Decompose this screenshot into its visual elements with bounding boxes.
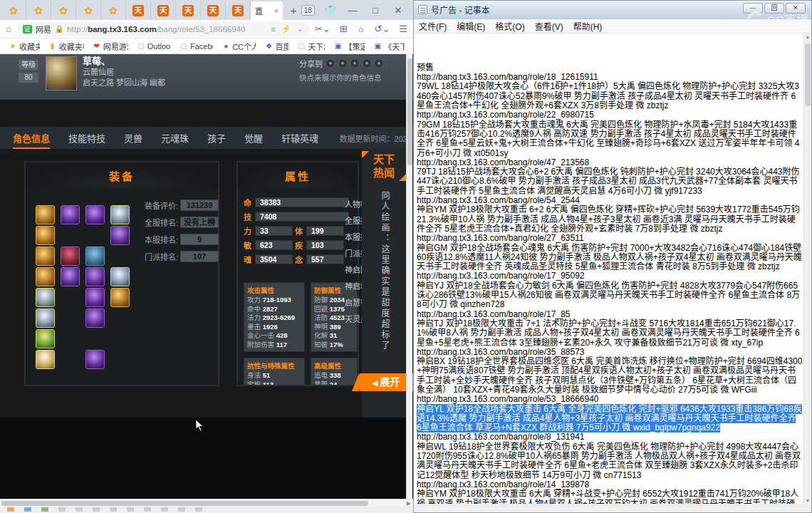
attr-group-row: 重击 1926	[247, 323, 301, 332]
browser-tab[interactable]: 天	[151, 1, 176, 20]
hot-news-tab[interactable]: 天下热闻	[368, 152, 400, 180]
sliver-icon	[7, 507, 14, 512]
bookmarks-bar: ★收藏夹▮收藏夹栏❤网易游戏▢Outlook▢Facebo●CC个人❖百度▢天下…	[0, 38, 413, 54]
browser-tab[interactable]: 天	[201, 1, 226, 20]
browser-minimize-button[interactable]: —	[346, 5, 359, 16]
equipment-slot[interactable]	[36, 267, 55, 286]
notepad-maximize-button[interactable]: 回	[764, 3, 784, 14]
equipment-slot[interactable]	[36, 288, 55, 307]
browser-tab[interactable]: 天	[226, 1, 251, 20]
equipment-slot[interactable]	[36, 205, 55, 224]
toolbar-action-icons[interactable]: ✂⌄⊞☼↺⌄☰	[315, 24, 407, 34]
equipment-slot[interactable]	[85, 205, 105, 224]
equipment-slot[interactable]	[61, 247, 80, 266]
bookmark-item[interactable]: ●CC个人	[217, 41, 260, 52]
addressbar-icon[interactable]: ≡	[271, 25, 276, 33]
bookmark-item[interactable]: ▣【策定	[329, 41, 369, 52]
scroll-up-arrow[interactable]: ▲	[804, 34, 811, 39]
toolbar-icon[interactable]: ↺⌄	[375, 24, 390, 34]
bookmark-item[interactable]: ★收藏夹	[4, 41, 44, 52]
game-nav-tab[interactable]: 孩子	[207, 131, 226, 145]
equipment-slot[interactable]	[36, 247, 55, 266]
toolbar-icon[interactable]: ⊞	[340, 24, 348, 34]
notepad-vscroll-thumb[interactable]	[805, 43, 811, 106]
address-bar[interactable]: 证 网易 🔒 http://bang.tx3.163.com/bang/role…	[17, 22, 309, 36]
browser-tab[interactable]: 天	[126, 1, 151, 20]
compat-badge[interactable]: 18	[301, 5, 315, 16]
addressbar-icon[interactable]: ⌄	[297, 24, 303, 33]
bookmark-item[interactable]: ▢Outlook	[132, 42, 175, 51]
bookmark-item[interactable]: ▢Facebo	[175, 42, 217, 51]
horizontal-scrollbar[interactable]: ▶	[0, 499, 413, 507]
expand-button[interactable]: ◀展开	[359, 373, 413, 391]
url-text[interactable]: http://bang.tx3.163.com/bang/role/53_186…	[67, 25, 267, 33]
share-icon[interactable]: ●	[374, 58, 384, 68]
browser-tab[interactable]: ✿	[1, 1, 26, 20]
game-nav-tab[interactable]: 觉醒	[244, 131, 263, 145]
toolbar-icon[interactable]: ☼	[357, 24, 365, 34]
share-hint: 快点来展示你的角色信息	[299, 72, 413, 83]
bookmark-item[interactable]: ▮收藏夹栏	[44, 41, 88, 52]
addressbar-icon[interactable]: ⚡	[281, 24, 291, 33]
equipment-slot[interactable]	[36, 226, 55, 245]
notepad-menu-item[interactable]: 编辑(E)	[452, 20, 490, 32]
active-tab[interactable]: 直 ×	[251, 1, 283, 20]
bookmark-item[interactable]: ❤网易游戏	[88, 41, 132, 52]
browser-close-button[interactable]: ✕	[392, 5, 405, 16]
notepad-menu-item[interactable]: 帮助(H)	[568, 20, 608, 32]
bookmark-item[interactable]: ❖百度	[260, 41, 293, 52]
equipment-slot[interactable]	[85, 350, 105, 369]
notepad-menu-item[interactable]: 查看(V)	[530, 20, 568, 32]
equipment-slot[interactable]	[36, 350, 55, 369]
browser-maximize-button[interactable]: □	[369, 5, 382, 16]
notepad-text-area[interactable]: 预售http://bang.tx3.163.com/bang/role/18_1…	[414, 33, 804, 504]
skin-icon[interactable]: 👕	[325, 5, 336, 16]
toolbar-icon[interactable]: ✂⌄	[315, 24, 330, 34]
notepad-close-button[interactable]: ✕	[786, 3, 806, 14]
addressbar-right-icons[interactable]: ≡⚡⌄	[271, 24, 303, 33]
game-nav-tab[interactable]: 灵兽	[124, 131, 142, 145]
equipment-slot[interactable]	[110, 267, 130, 286]
browser-tab[interactable]: ✿	[76, 1, 101, 20]
equipment-slot[interactable]	[85, 309, 105, 328]
browser-tab[interactable]: ✿	[26, 1, 51, 20]
equip-stat-row: 装备评价:131239	[137, 200, 219, 211]
browser-tab-bar: ✿✿✿✿✿天天天天天 直 × + 18 👕 — □ ✕	[0, 0, 413, 20]
notepad-vertical-scrollbar[interactable]: ▲ ▼	[803, 33, 811, 504]
hscroll-thumb[interactable]	[1, 501, 368, 506]
home-icon[interactable]: ⌂	[6, 24, 11, 34]
equipment-slot[interactable]	[61, 267, 80, 286]
game-nav-tab[interactable]: 元魂珠	[161, 131, 189, 145]
notepad-menu-item[interactable]: 格式(O)	[490, 20, 529, 32]
tab-close-icon[interactable]: ×	[274, 6, 279, 15]
share-icon[interactable]: ●	[362, 58, 372, 68]
game-nav-tab[interactable]: 角色信息	[13, 131, 50, 149]
equipment-slot[interactable]	[85, 288, 105, 307]
browser-tab[interactable]: ✿	[101, 1, 126, 20]
share-icon[interactable]: ●	[350, 58, 360, 68]
equipment-slot[interactable]	[36, 309, 55, 328]
browser-tab[interactable]: ✿	[51, 1, 76, 20]
notepad-minimize-button[interactable]: —	[743, 3, 763, 14]
page-vscroll-thumb[interactable]	[407, 58, 412, 165]
new-tab-button[interactable]: +	[286, 3, 301, 19]
page-vertical-scrollbar[interactable]	[406, 54, 412, 499]
bookmark-item[interactable]: ▢天下3	[293, 41, 329, 52]
game-nav-tab[interactable]: 轩辕英魂	[281, 131, 318, 145]
equipment-slot[interactable]	[36, 329, 55, 348]
equipment-slot[interactable]	[110, 226, 130, 245]
equipment-slot[interactable]	[85, 267, 105, 286]
share-icon[interactable]: ●	[338, 58, 348, 68]
game-nav-tab[interactable]: 技能特技	[68, 131, 105, 145]
share-icon[interactable]: ●	[326, 58, 335, 68]
equipment-slot[interactable]	[61, 205, 80, 224]
browser-tab[interactable]: 天	[176, 1, 201, 20]
notepad-menu-item[interactable]: 文件(F)	[414, 20, 452, 32]
equipment-slot[interactable]	[110, 288, 130, 307]
toolbar-icon[interactable]: ☰	[399, 24, 407, 34]
equipment-slot[interactable]	[85, 247, 105, 266]
share-icons[interactable]: ●●●●●	[326, 58, 384, 68]
scroll-down-arrow[interactable]: ▼	[804, 498, 811, 503]
bookmark-item[interactable]: ▣《天下	[369, 41, 409, 52]
equipment-slot[interactable]	[110, 205, 130, 224]
